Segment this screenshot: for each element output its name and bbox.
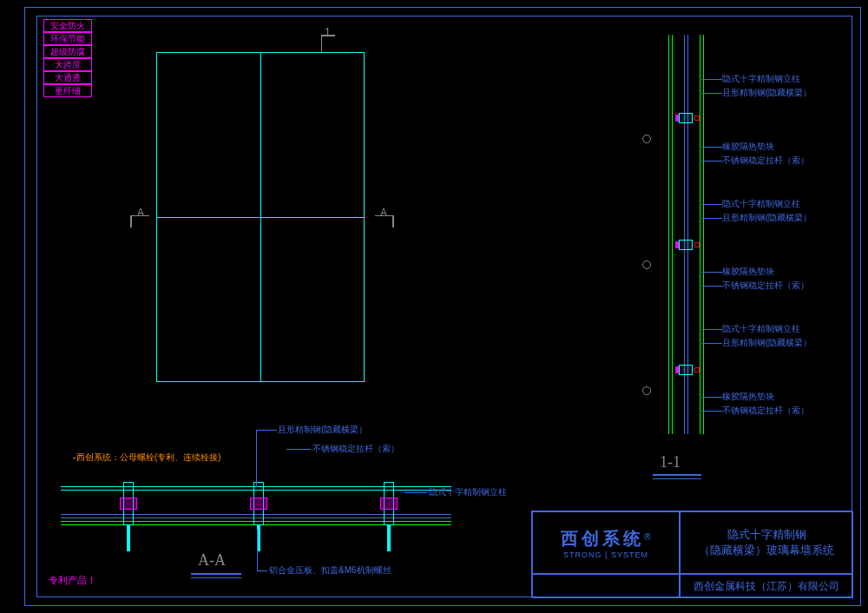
label-1-1: 1-1	[660, 453, 681, 471]
logo-main: 西创系统®	[561, 527, 650, 550]
tag-transparent: 大通透	[43, 71, 92, 84]
leader-2d	[701, 286, 722, 287]
tag-eco: 环保节能	[43, 32, 92, 45]
aa-leader-alu	[257, 570, 267, 571]
ann-3-column: 隐式十字精制钢立柱	[722, 323, 800, 335]
elevation-vline	[260, 52, 261, 382]
tag-safety: 安全防火	[43, 19, 92, 32]
ann-2-rod: 不锈钢稳定拉杆（索）	[722, 280, 809, 292]
ann-1-rod: 不锈钢稳定拉杆（索）	[722, 155, 809, 167]
ann-1-rubber: 橡胶隔热垫块	[722, 141, 774, 153]
aa-joint-2	[243, 482, 278, 517]
ann-2-beam: 且形精制钢(隐藏横梁）	[722, 212, 812, 224]
section-11-glass-left	[668, 35, 669, 434]
section-1-tick	[321, 35, 322, 52]
section-a-right-flag	[392, 215, 394, 227]
aa-ann-rod: 不锈钢稳定拉杆（索）	[312, 443, 399, 455]
product-line-1: 隐式十字精制钢	[727, 527, 806, 543]
tag-slim: 更纤细	[43, 84, 92, 97]
patent-label: 专利产品！	[49, 574, 96, 587]
aa-ann-column: 隐式十字精制钢立柱	[429, 486, 507, 498]
leader-3c	[701, 397, 722, 398]
title-block: 西创系统® STRONG | SYSTEM 隐式十字精制钢 （隐藏横梁）玻璃幕墙…	[531, 511, 852, 597]
section-a-left-flag	[130, 215, 132, 227]
section-11-glass-left2	[672, 35, 673, 434]
ann-1-beam: 且形精制钢(隐藏横梁）	[722, 87, 812, 99]
aa-leader-beam-v	[256, 430, 257, 487]
label-aa: A-A	[198, 551, 226, 570]
leader-1a	[701, 79, 722, 80]
label-1-1-underline	[653, 474, 701, 476]
leader-1b	[701, 93, 722, 94]
ann-2-rubber: 橡胶隔热垫块	[722, 266, 774, 278]
aa-leader-beam	[256, 430, 277, 431]
company-name: 西创金属科技（江苏）有限公司	[680, 574, 853, 598]
ann-1-column: 隐式十字精制钢立柱	[722, 73, 800, 85]
product-line-2: （隐藏横梁）玻璃幕墙系统	[699, 543, 834, 558]
aa-leader-rod	[286, 449, 311, 450]
label-aa-underline2	[191, 577, 241, 578]
label-1-1-underline2	[653, 478, 701, 479]
circle-marker-2	[642, 260, 651, 269]
aa-ann-aluminum: 铝合金压板、扣盖&M6机制螺丝	[269, 564, 391, 577]
aa-leader-xc	[73, 458, 76, 458]
aa-leader-col	[404, 492, 427, 493]
circle-marker-3	[642, 386, 651, 395]
leader-2c	[701, 272, 722, 273]
section-11-glass-right	[700, 35, 700, 434]
leader-3b	[701, 343, 722, 344]
aa-ann-xichuang: 西创系统：公母螺栓(专利、连续栓接)	[76, 452, 221, 464]
section-11-glass-right2	[703, 35, 704, 434]
leader-1d	[701, 161, 722, 161]
leader-2a	[701, 204, 722, 205]
tag-anticorrosion: 超级防腐	[43, 45, 92, 58]
circle-marker-1	[642, 135, 651, 143]
section-1-label: 1	[325, 26, 331, 38]
tag-span: 大跨度	[43, 58, 92, 71]
section-a-right-label: A	[380, 207, 387, 219]
leader-3d	[701, 411, 722, 412]
label-aa-underline	[191, 573, 241, 575]
logo-sub: STRONG | SYSTEM	[563, 550, 648, 559]
section-a-left-label: A	[137, 207, 144, 219]
aa-leader-alu-v	[257, 530, 258, 570]
leader-3a	[701, 329, 722, 330]
leader-2b	[701, 218, 722, 219]
leader-1c	[701, 147, 722, 148]
aa-joint-3	[373, 482, 408, 517]
ann-2-column: 隐式十字精制钢立柱	[722, 198, 800, 210]
ann-3-rod: 不锈钢稳定拉杆（索）	[722, 405, 809, 417]
ann-3-rubber: 橡胶隔热垫块	[722, 391, 774, 403]
ann-3-beam: 且形精制钢(隐藏横梁）	[722, 337, 812, 349]
aa-ann-beam: 且形精制钢(隐藏横梁）	[278, 424, 367, 436]
aa-joint-1	[113, 482, 148, 517]
